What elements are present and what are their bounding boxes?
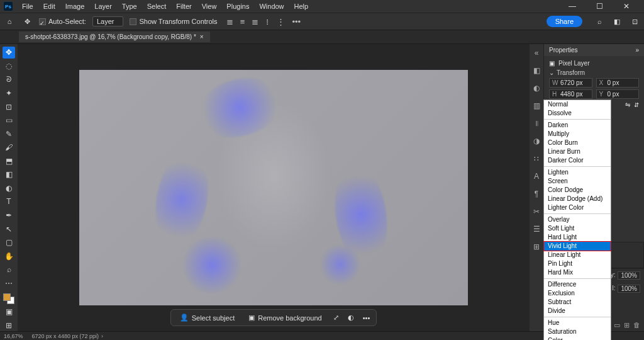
blend-mode-option[interactable]: Lighter Color (544, 203, 611, 212)
actions-panel-icon[interactable]: ✂ (531, 207, 541, 217)
crop-tool[interactable]: ⊡ (3, 101, 15, 113)
menu-help[interactable]: Help (290, 1, 313, 11)
share-button[interactable]: Share (547, 16, 582, 27)
screenmode-tool[interactable]: ⊞ (3, 319, 15, 331)
window-maximize-icon[interactable]: ☐ (592, 1, 608, 12)
blend-mode-option[interactable]: Hue (544, 319, 611, 327)
blend-mode-option[interactable]: Linear Light (544, 251, 611, 259)
menu-plugins[interactable]: Plugins (222, 1, 253, 11)
frame-tool[interactable]: ▭ (3, 115, 15, 127)
show-transform-checkbox[interactable]: Show Transform Controls (130, 18, 217, 25)
lasso-tool[interactable]: ᘐ (3, 74, 15, 86)
blend-mode-option[interactable]: Soft Light (544, 224, 611, 233)
document-tab[interactable]: s-shotpot-6338373.jpg @ 16,7% (Backgroun… (19, 31, 210, 42)
close-tab-icon[interactable]: × (200, 33, 204, 40)
blend-mode-option[interactable]: Linear Burn (544, 147, 611, 156)
blend-mode-option[interactable]: Pin Light (544, 259, 611, 268)
collapse-chevron-icon[interactable]: « (531, 48, 541, 58)
quickmask-tool[interactable]: ▣ (3, 306, 15, 318)
menu-image[interactable]: Image (61, 1, 89, 11)
menu-edit[interactable]: Edit (39, 1, 60, 11)
auto-select-checkbox[interactable]: Auto-Select: (39, 18, 86, 25)
styles-panel-icon[interactable]: ∷ (531, 154, 541, 164)
height-field[interactable]: H4480 px (549, 89, 592, 99)
flip-v-icon[interactable]: ⇵ (634, 101, 639, 108)
help-icon[interactable]: ⊡ (629, 16, 640, 27)
adjust-icon[interactable]: ◐ (348, 314, 354, 322)
transform-icon[interactable]: ⤢ (333, 314, 339, 322)
blend-mode-option[interactable]: Overlay (544, 215, 611, 224)
new-layer-icon[interactable]: ⊞ (624, 321, 630, 329)
stamp-tool[interactable]: ⬒ (3, 156, 15, 167)
align-center-icon[interactable]: ≡ (238, 17, 248, 26)
align-top-icon[interactable]: ⫶ (263, 17, 272, 26)
move-tool-icon[interactable]: ✥ (21, 16, 33, 27)
search-icon[interactable]: ⌕ (594, 16, 605, 27)
zoom-readout[interactable]: 16,67% (4, 333, 23, 339)
gradients-panel-icon[interactable]: ▥ (531, 101, 541, 111)
blend-mode-option[interactable]: Darken (544, 121, 611, 130)
align-right-icon[interactable]: ≣ (249, 17, 261, 26)
type-tool[interactable]: T (3, 196, 15, 208)
blend-mode-option[interactable]: Hard Light (544, 233, 611, 242)
home-icon[interactable]: ⌂ (4, 16, 15, 27)
menu-type[interactable]: Type (118, 1, 142, 11)
adjustments-panel-icon[interactable]: ◑ (531, 136, 541, 146)
gradient-tool[interactable]: ◐ (3, 183, 15, 195)
distribute-icon[interactable]: ⋮ (274, 17, 287, 26)
zoom-tool[interactable]: ⌕ (3, 264, 15, 276)
menu-window[interactable]: Window (255, 1, 288, 11)
libraries-panel-icon[interactable]: ⊞ (531, 242, 541, 252)
align-left-icon[interactable]: ≣ (224, 17, 236, 26)
selection-tool[interactable]: ✦ (3, 88, 15, 99)
brush-tool[interactable]: 🖌 (3, 142, 15, 154)
move-tool[interactable]: ✥ (3, 47, 15, 59)
blend-mode-option[interactable]: Hard Mix (544, 268, 611, 277)
chevron-right-icon[interactable]: › (101, 333, 103, 339)
blend-mode-option[interactable]: Difference (544, 280, 611, 289)
menu-layer[interactable]: Layer (90, 1, 116, 11)
blend-mode-option[interactable]: Subtract (544, 298, 611, 307)
blend-mode-option[interactable]: Divide (544, 307, 611, 315)
menu-filter[interactable]: Filter (172, 1, 196, 11)
history-panel-icon[interactable]: ☰ (531, 224, 541, 234)
shape-tool[interactable]: ▢ (3, 237, 15, 249)
menu-select[interactable]: Select (143, 1, 171, 11)
group-icon[interactable]: ▭ (614, 321, 620, 329)
blend-mode-option[interactable]: Color Burn (544, 139, 611, 147)
patterns-panel-icon[interactable]: ⫴ (531, 118, 541, 128)
workspace-icon[interactable]: ◧ (611, 16, 623, 27)
width-field[interactable]: W6720 px (549, 78, 592, 88)
transform-section-header[interactable]: Transform (549, 69, 639, 76)
blend-mode-option[interactable]: Screen (544, 177, 611, 186)
y-field[interactable]: Y0 px (596, 89, 640, 99)
swatches-panel-icon[interactable]: ◐ (531, 83, 541, 93)
blend-mode-option[interactable]: Normal (544, 100, 611, 109)
eraser-tool[interactable]: ◧ (3, 169, 15, 181)
blend-mode-option[interactable]: Dissolve (544, 109, 611, 118)
panel-menu-icon[interactable]: » (635, 47, 639, 54)
blend-mode-option[interactable]: Multiply (544, 130, 611, 139)
window-close-icon[interactable]: ✕ (619, 1, 634, 12)
path-tool[interactable]: ↖ (3, 223, 15, 235)
character-panel-icon[interactable]: A (531, 171, 541, 181)
select-subject-button[interactable]: 👤 Select subject (177, 312, 237, 323)
document-canvas[interactable] (79, 70, 469, 305)
eyedropper-tool[interactable]: ✎ (3, 128, 15, 140)
hand-tool[interactable]: ✋ (3, 250, 15, 262)
blend-mode-option[interactable]: Saturation (544, 327, 611, 336)
more-options-icon[interactable]: ••• (363, 314, 370, 322)
opacity-field[interactable]: 100% (618, 271, 640, 280)
paragraph-panel-icon[interactable]: ¶ (531, 189, 541, 199)
blend-mode-option[interactable]: Lighten (544, 168, 611, 177)
more-icon[interactable]: ••• (289, 17, 303, 26)
menu-file[interactable]: File (18, 1, 38, 11)
blend-mode-dropdown[interactable]: NormalDissolveDarkenMultiplyColor BurnLi… (543, 99, 611, 340)
color-swatches[interactable] (3, 293, 14, 304)
x-field[interactable]: X0 px (596, 78, 640, 88)
color-panel-icon[interactable]: ◧ (531, 65, 541, 76)
auto-select-dropdown[interactable]: Layer (92, 16, 124, 26)
edit-toolbar[interactable]: ⋯ (3, 278, 15, 290)
remove-background-button[interactable]: ▣ Remove background (246, 312, 325, 323)
marquee-tool[interactable]: ◌ (3, 60, 15, 72)
